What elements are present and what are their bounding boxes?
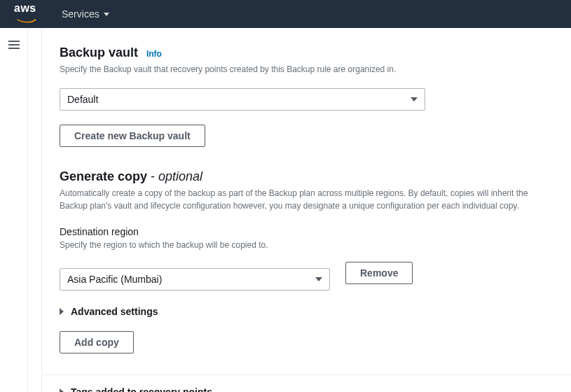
tags-title: Tags added to recovery points bbox=[71, 386, 212, 392]
aws-smile-icon bbox=[14, 19, 41, 23]
generate-copy-title-dash: - bbox=[147, 169, 158, 183]
backup-vault-title: Backup vault bbox=[60, 46, 138, 59]
chevron-right-icon bbox=[60, 308, 64, 315]
main-content: Backup vault Info Specify the Backup vau… bbox=[42, 28, 571, 392]
hamburger-icon[interactable] bbox=[8, 41, 20, 49]
remove-copy-button[interactable]: Remove bbox=[345, 262, 413, 284]
top-nav: aws Services bbox=[0, 0, 571, 28]
chevron-down-icon bbox=[315, 277, 322, 281]
services-menu[interactable]: Services bbox=[62, 8, 109, 20]
tags-expander[interactable]: Tags added to recovery points bbox=[60, 386, 553, 392]
tags-section: Tags added to recovery points Tags speci… bbox=[60, 386, 553, 392]
chevron-down-icon bbox=[104, 13, 109, 16]
generate-copy-description: Automatically create a copy of the backu… bbox=[60, 187, 553, 212]
backup-vault-selected: Default bbox=[67, 94, 98, 105]
advanced-settings-label: Advanced settings bbox=[71, 306, 158, 317]
generate-copy-title-main: Generate copy bbox=[60, 169, 147, 183]
chevron-right-icon bbox=[60, 388, 64, 392]
backup-vault-select[interactable]: Default bbox=[60, 88, 425, 111]
generate-copy-title-optional: optional bbox=[158, 169, 202, 183]
add-copy-button[interactable]: Add copy bbox=[60, 331, 134, 354]
backup-vault-section: Backup vault Info Specify the Backup vau… bbox=[60, 46, 553, 147]
create-backup-vault-button[interactable]: Create new Backup vault bbox=[60, 125, 205, 147]
generate-copy-section: Generate copy - optional Automatically c… bbox=[60, 169, 553, 354]
generate-copy-title: Generate copy - optional bbox=[60, 169, 553, 184]
info-link[interactable]: Info bbox=[146, 49, 162, 59]
aws-logo[interactable]: aws bbox=[14, 3, 41, 25]
divider bbox=[42, 374, 571, 375]
gutter bbox=[28, 28, 42, 392]
destination-region-hint: Specify the region to which the backup w… bbox=[60, 239, 553, 251]
backup-vault-description: Specify the Backup vault that recovery p… bbox=[60, 63, 553, 76]
advanced-settings-expander[interactable]: Advanced settings bbox=[60, 306, 553, 317]
destination-region-label: Destination region bbox=[60, 226, 553, 237]
chevron-down-icon bbox=[411, 97, 418, 102]
destination-region-select[interactable]: Asia Pacific (Mumbai) bbox=[60, 268, 330, 290]
left-rail bbox=[0, 28, 28, 392]
aws-logo-text: aws bbox=[14, 3, 41, 14]
services-label: Services bbox=[62, 8, 99, 20]
destination-region-selected: Asia Pacific (Mumbai) bbox=[67, 274, 162, 285]
